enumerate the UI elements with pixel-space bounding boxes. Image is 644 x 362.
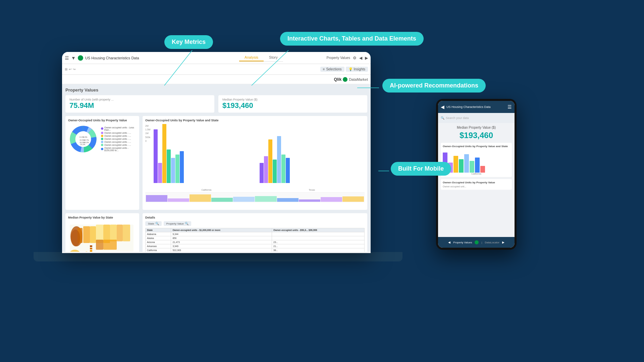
mobile-content: Median Property Value ($) $193,460 Owner… <box>438 123 515 237</box>
svg-rect-30 <box>96 240 103 250</box>
mobile-bar-chart <box>443 149 510 173</box>
dashboard-title: Property Values <box>65 87 367 93</box>
laptop-base <box>34 252 402 261</box>
built-for-mobile-callout: Built For Mobile <box>391 162 451 176</box>
insights-label: Insights <box>354 67 365 71</box>
mobile-topbar: ◀ US Housing Characteristics Data ☰ <box>438 101 515 113</box>
bar-chart-title: Owner-Occupied Units by Property Value a… <box>145 119 365 122</box>
mobile-qlik-logo <box>475 240 479 244</box>
map-card: Median Property Value by State <box>65 213 139 252</box>
selections-label: Selections <box>326 67 341 71</box>
details-title: Details <box>145 216 365 219</box>
col-50-99: Owner-occupied units - $50,0... $99,999 <box>272 228 365 232</box>
toolbar-icon-2[interactable]: ↩ <box>69 67 71 71</box>
nav-prev-icon[interactable]: ◀ <box>359 56 362 60</box>
us-map-svg <box>68 221 135 252</box>
ai-recommendations-label: AI-powered Recommendations <box>390 82 478 89</box>
qlik-logo <box>78 55 83 61</box>
tab-story[interactable]: Story <box>264 54 283 61</box>
header-right: Property Values ⚙ ◀ ▶ <box>327 56 368 60</box>
svg-rect-28 <box>117 225 123 241</box>
units-label: Number of Units (with property ... <box>69 98 210 101</box>
toolbar-icon-3[interactable]: ↪ <box>73 67 75 71</box>
mobile-chart-title-2: Owner-Occupied Units by Property Value <box>443 181 510 184</box>
donut-chart-card: Owner-Occupied Units by Property Value <box>65 116 139 210</box>
mobile-property-values-tab[interactable]: Property Values <box>453 241 472 244</box>
interactive-charts-label: Interactive Charts, Tables and Data Elem… <box>287 35 416 42</box>
mobile-chart2-content: Owner-occupied unit... <box>443 185 510 188</box>
app-title-area: ☰ ▼ US Housing Characteristics Data <box>65 55 196 61</box>
donut-chart-title: Owner-Occupied Units by Property Value <box>68 119 137 122</box>
svg-rect-23 <box>83 226 90 243</box>
svg-rect-37 <box>90 248 92 249</box>
nav-next-icon[interactable]: ▶ <box>365 56 368 60</box>
donut-svg: 8.1% 9.0% 15.5% 15.7% 18.3% 16.2% 15.2% <box>68 124 98 154</box>
units-value: 75.94M <box>69 101 210 110</box>
col-1m: Owner-occupied units - $1,000,000 or mor… <box>171 228 272 232</box>
mobile-bottom-bar: ◀ Property Values | DataLocator ▶ <box>438 237 515 248</box>
svg-rect-29 <box>123 225 130 241</box>
median-metric-card: Median Property Value ($) $193,460 <box>218 95 367 113</box>
laptop-frame: ☰ ▼ US Housing Characteristics Data Anal… <box>62 52 371 253</box>
mobile-metric-value: $193,460 <box>441 131 512 140</box>
svg-rect-24 <box>90 226 96 243</box>
tab-analysis[interactable]: Analysis <box>239 54 264 61</box>
map-section: Median Property Value by State <box>65 213 367 252</box>
selections-button[interactable]: ≡ Selections <box>320 67 344 72</box>
qlik-circle-logo <box>343 77 347 82</box>
svg-rect-27 <box>110 225 117 241</box>
bar-chart-card: Owner-Occupied Units by Property Value a… <box>143 116 367 210</box>
mobile-metric-label: Median Property Value ($) <box>441 126 512 129</box>
median-value: $193,460 <box>222 101 363 110</box>
dashboard-content: Property Values Number of Units (with pr… <box>62 84 371 252</box>
donut-legend: Owner-occupied units - Less than... Owne… <box>101 126 137 152</box>
toolbar-icon-1[interactable]: ⊞ <box>65 67 67 71</box>
units-metric-card: Number of Units (with property ... 75.94… <box>65 95 214 113</box>
selections-icon: ≡ <box>323 67 325 71</box>
property-values-label: Property Values <box>327 56 350 60</box>
qlik-topbar: ☰ ▼ US Housing Characteristics Data Anal… <box>62 52 371 64</box>
settings-icon[interactable]: ⚙ <box>353 56 357 60</box>
details-table: State Owner-occupied units - $1,000,000 … <box>145 228 365 252</box>
ai-recommendations-callout: AI-powered Recommendations <box>382 79 486 93</box>
svg-rect-31 <box>103 240 117 250</box>
mobile-nav-next[interactable]: ▶ <box>502 241 504 244</box>
x-label-california: California <box>154 189 259 191</box>
property-value-filter[interactable]: Property Value🔍 <box>164 221 191 226</box>
tab-bar: Analysis Story <box>239 54 283 62</box>
mobile-search-bar[interactable]: 🔍 Search your data <box>438 113 515 123</box>
key-metrics-label: Key Metrics <box>172 39 206 45</box>
table-row: Arkansas3,94921... <box>146 244 365 248</box>
x-label-texas: Texas <box>259 189 365 191</box>
svg-rect-38 <box>90 250 92 252</box>
insights-icon: 💡 <box>348 67 353 71</box>
mobile-datalocator-tab[interactable]: DataLocator <box>485 241 499 244</box>
insights-button[interactable]: 💡 Insights <box>346 67 368 72</box>
mobile-menu-icon[interactable]: ☰ <box>507 104 512 110</box>
svg-point-33 <box>85 251 88 252</box>
map-placeholder <box>68 221 137 252</box>
metrics-row: Number of Units (with property ... 75.94… <box>65 95 367 113</box>
svg-text:9.0%: 9.0% <box>83 136 87 138</box>
table-row: Alaska856 <box>146 236 365 240</box>
qlik-toolbar: ⊞ ↩ ↪ ≡ Selections 💡 Insights <box>62 64 371 75</box>
donut-container: 8.1% 9.0% 15.5% 15.7% 18.3% 16.2% 15.2% … <box>68 124 137 154</box>
mobile-nav-prev[interactable]: ◀ <box>448 241 450 244</box>
datamarket-bar: Qlik DataMarket <box>62 75 371 84</box>
qlik-datamarket-logo: Qlik DataMarket <box>334 77 368 82</box>
details-card: Details State🔍 Property Value🔍 State <box>143 213 367 252</box>
laptop-screen: ☰ ▼ US Housing Characteristics Data Anal… <box>62 52 371 253</box>
mobile-screen: ◀ US Housing Characteristics Data ☰ 🔍 Se… <box>438 101 515 248</box>
mobile-chart-title-1: Owner-Occupied Units by Property Value a… <box>443 145 510 148</box>
table-row: Alabama9,344 <box>146 232 365 236</box>
svg-text:16.2%: 16.2% <box>84 141 89 143</box>
table-row: Arizona21,47323... <box>146 240 365 244</box>
mobile-search-icon: 🔍 <box>441 116 444 120</box>
col-state: State <box>146 228 171 232</box>
state-filter[interactable]: State🔍 <box>145 221 162 226</box>
mobile-app-title: US Housing Characteristics Data <box>446 105 505 109</box>
mobile-state-label: California <box>443 173 510 175</box>
key-metrics-callout: Key Metrics <box>164 35 213 49</box>
mobile-back-icon[interactable]: ◀ <box>441 104 444 110</box>
app-title: US Housing Characteristics Data <box>85 56 139 60</box>
